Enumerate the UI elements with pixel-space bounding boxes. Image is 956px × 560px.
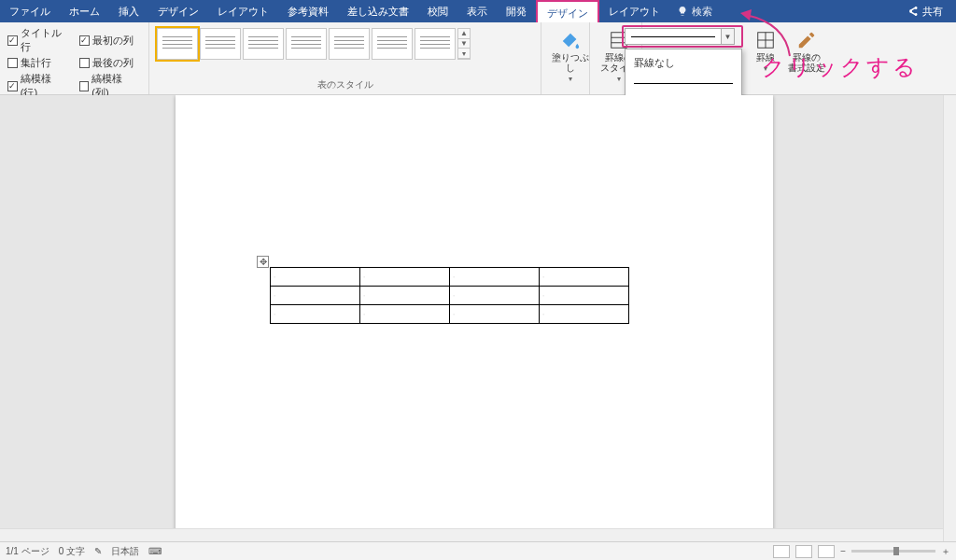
shading-button[interactable]: 塗りつぶし ▾ bbox=[549, 26, 592, 83]
check-total-row[interactable]: 集計行 bbox=[7, 56, 70, 70]
status-ime-icon[interactable]: ⌨ bbox=[148, 546, 162, 556]
zoom-out-button[interactable]: − bbox=[840, 546, 846, 556]
pen-style-item[interactable] bbox=[628, 73, 738, 93]
horizontal-scrollbar[interactable] bbox=[0, 528, 943, 541]
pen-style-preview bbox=[631, 36, 715, 37]
chevron-down-icon: ▾ bbox=[569, 75, 572, 83]
paint-bucket-icon bbox=[560, 30, 581, 50]
shading-label: 塗りつぶし bbox=[549, 52, 592, 73]
tab-view[interactable]: 表示 bbox=[457, 0, 497, 22]
pen-style-none-label: 罫線なし bbox=[634, 56, 675, 70]
style-thumb[interactable] bbox=[329, 28, 370, 60]
view-print-layout[interactable] bbox=[795, 545, 812, 558]
gallery-more-button[interactable]: ▲▼▾ bbox=[457, 28, 471, 60]
zoom-in-button[interactable]: ＋ bbox=[941, 545, 950, 558]
style-thumb[interactable] bbox=[372, 28, 413, 60]
style-thumb[interactable] bbox=[286, 28, 327, 60]
tab-design[interactable]: デザイン bbox=[148, 0, 208, 22]
vertical-scrollbar[interactable] bbox=[943, 95, 956, 541]
status-word-count[interactable]: 0 文字 bbox=[59, 545, 85, 558]
share-button[interactable]: 共有 bbox=[900, 0, 950, 22]
document-table[interactable]: ⸱⸱⸱⸱ ⸱⸱⸱⸱ ⸱⸱⸱⸱ bbox=[270, 267, 629, 324]
style-thumb[interactable] bbox=[415, 28, 456, 60]
tab-table-layout[interactable]: レイアウト bbox=[599, 0, 669, 22]
check-title-row-label: タイトル行 bbox=[21, 26, 70, 54]
table-row[interactable]: ⸱⸱⸱⸱ bbox=[271, 287, 629, 305]
check-total-row-label: 集計行 bbox=[21, 56, 51, 70]
style-thumb[interactable] bbox=[200, 28, 241, 60]
style-thumb[interactable] bbox=[243, 28, 284, 60]
tab-insert[interactable]: 挿入 bbox=[109, 0, 148, 22]
tab-developer[interactable]: 開発 bbox=[497, 0, 536, 22]
group-table-styles: ▲▼▾ 表のスタイル bbox=[149, 22, 541, 94]
tab-table-design[interactable]: デザイン bbox=[536, 0, 599, 22]
tab-references[interactable]: 参考資料 bbox=[278, 0, 338, 22]
tab-layout[interactable]: レイアウト bbox=[208, 0, 278, 22]
check-last-col[interactable]: 最後の列 bbox=[79, 56, 142, 70]
status-language[interactable]: 日本語 bbox=[111, 545, 139, 558]
pen-style-combo[interactable]: ▼ bbox=[625, 28, 735, 45]
style-thumb[interactable] bbox=[157, 28, 198, 60]
check-last-col-label: 最後の列 bbox=[92, 56, 134, 70]
ribbon-tabs: ファイル ホーム 挿入 デザイン レイアウト 参考資料 差し込み文書 校閲 表示… bbox=[0, 0, 956, 22]
table-move-handle[interactable]: ✥ bbox=[257, 256, 269, 268]
lightbulb-icon bbox=[677, 6, 688, 17]
view-web-layout[interactable] bbox=[818, 545, 835, 558]
annotation-click-label: クリックする bbox=[762, 52, 919, 82]
group-shading: 塗りつぶし ▾ bbox=[541, 22, 590, 94]
table-row[interactable]: ⸱⸱⸱⸱ bbox=[271, 268, 629, 287]
tab-home[interactable]: ホーム bbox=[60, 0, 109, 22]
pen-style-none[interactable]: 罫線なし bbox=[628, 52, 738, 73]
view-read-mode[interactable] bbox=[773, 545, 790, 558]
chevron-down-icon[interactable]: ▼ bbox=[721, 29, 734, 44]
chevron-down-icon: ▾ bbox=[617, 75, 621, 83]
group-label-styles: 表のスタイル bbox=[157, 77, 533, 94]
check-first-col-label: 最初の列 bbox=[92, 34, 134, 48]
group-table-style-options: ✓タイトル行 ✓最初の列 集計行 最後の列 ✓縞模様 (行) 縞模様 (列) 表… bbox=[0, 22, 149, 94]
document-area: ✥ ⸱⸱⸱⸱ ⸱⸱⸱⸱ ⸱⸱⸱⸱ bbox=[0, 95, 956, 541]
status-page[interactable]: 1/1 ページ bbox=[6, 545, 49, 558]
svg-marker-6 bbox=[740, 9, 752, 21]
tab-mailings[interactable]: 差し込み文書 bbox=[338, 0, 418, 22]
status-proofing-icon[interactable]: ✎ bbox=[94, 546, 102, 556]
search-label: 検索 bbox=[692, 5, 712, 19]
check-first-col[interactable]: ✓最初の列 bbox=[79, 26, 142, 54]
tell-me-search[interactable]: 検索 bbox=[669, 5, 720, 19]
status-bar: 1/1 ページ 0 文字 ✎ 日本語 ⌨ − ＋ bbox=[0, 541, 956, 560]
table-row[interactable]: ⸱⸱⸱⸱ bbox=[271, 305, 629, 324]
tab-file[interactable]: ファイル bbox=[0, 0, 60, 22]
share-icon bbox=[907, 6, 919, 17]
pen-icon bbox=[796, 30, 817, 50]
check-title-row[interactable]: ✓タイトル行 bbox=[7, 26, 70, 54]
zoom-slider[interactable] bbox=[851, 550, 935, 553]
table-styles-gallery[interactable]: ▲▼▾ bbox=[157, 26, 533, 60]
tab-review[interactable]: 校閲 bbox=[418, 0, 457, 22]
share-label: 共有 bbox=[922, 5, 943, 19]
